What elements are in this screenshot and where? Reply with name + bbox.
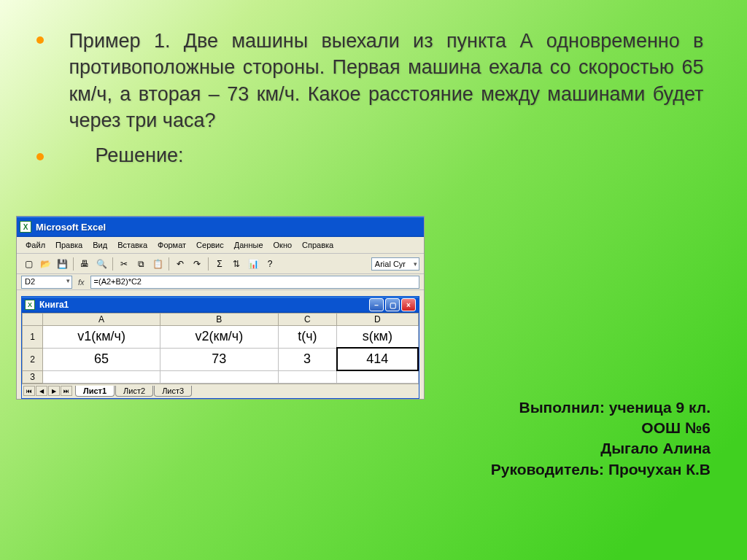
workbook-window: X Книга1 – ▢ × A B C D 1 v1(км/ч) <box>21 296 419 399</box>
menu-bar: Файл Правка Вид Вставка Формат Сервис Да… <box>17 237 424 254</box>
separator <box>169 257 169 271</box>
workbook-title: Книга1 <box>39 300 369 310</box>
print-icon[interactable]: 🖶 <box>77 257 92 271</box>
app-titlebar: X Microsoft Excel <box>17 217 424 237</box>
credit-line-4: Руководитель: Прочухан К.В <box>491 459 711 480</box>
undo-icon[interactable]: ↶ <box>173 257 187 271</box>
worksheet[interactable]: A B C D 1 v1(км/ч) v2(км/ч) t(ч) s(км) 2… <box>22 313 419 384</box>
menu-data[interactable]: Данные <box>230 239 268 251</box>
bullet-icon <box>36 153 44 160</box>
excel-icon: X <box>20 221 31 233</box>
cell-A2[interactable]: 65 <box>43 348 160 370</box>
sheet-tab-1[interactable]: Лист1 <box>75 386 115 397</box>
formula-bar: D2 fx =(A2+B2)*C2 <box>17 274 424 290</box>
excel-screenshot: X Microsoft Excel Файл Правка Вид Вставк… <box>16 216 425 400</box>
separator <box>208 257 209 271</box>
solution-label: Решение: <box>95 144 183 167</box>
credit-line-2: ООШ №6 <box>491 418 711 438</box>
tab-nav-last-icon[interactable]: ⏭ <box>61 386 72 396</box>
copy-icon[interactable]: ⧉ <box>133 257 148 271</box>
new-icon[interactable]: ▢ <box>21 257 36 271</box>
name-box[interactable]: D2 <box>21 276 72 289</box>
cell-A3[interactable] <box>43 370 160 383</box>
cell-A1[interactable]: v1(км/ч) <box>43 326 160 349</box>
cell-D1[interactable]: s(км) <box>337 326 418 349</box>
row-header-1[interactable]: 1 <box>23 326 43 349</box>
sum-icon[interactable]: Σ <box>212 257 227 271</box>
col-header-C[interactable]: C <box>278 314 337 326</box>
cell-B1[interactable]: v2(км/ч) <box>160 326 278 349</box>
problem-text: Пример 1. Две машины выехали из пункта А… <box>69 28 703 134</box>
menu-tools[interactable]: Сервис <box>192 239 228 251</box>
fx-icon[interactable]: fx <box>78 278 85 287</box>
minimize-icon[interactable]: – <box>369 298 384 311</box>
close-icon[interactable]: × <box>401 298 416 311</box>
formula-input[interactable]: =(A2+B2)*C2 <box>90 276 419 289</box>
preview-icon[interactable]: 🔍 <box>94 257 109 271</box>
paste-icon[interactable]: 📋 <box>150 257 165 271</box>
cell-D3[interactable] <box>337 370 418 383</box>
credits-block: Выполнил: ученица 9 кл. ООШ №6 Дыгало Ал… <box>491 397 711 480</box>
credit-line-1: Выполнил: ученица 9 кл. <box>491 397 711 418</box>
menu-file[interactable]: Файл <box>21 239 50 251</box>
chart-icon[interactable]: 📊 <box>246 257 260 271</box>
tab-nav-first-icon[interactable]: ⏮ <box>23 386 35 396</box>
help-icon[interactable]: ? <box>263 257 277 271</box>
col-header-D[interactable]: D <box>337 314 418 326</box>
row-header-3[interactable]: 3 <box>23 370 43 383</box>
cell-C1[interactable]: t(ч) <box>278 326 337 349</box>
credit-line-3: Дыгало Алина <box>491 438 711 459</box>
sheet-tabs: ⏮ ◀ ▶ ⏭ Лист1 Лист2 Лист3 <box>22 384 419 398</box>
menu-help[interactable]: Справка <box>298 239 338 251</box>
cut-icon[interactable]: ✂ <box>117 257 131 271</box>
col-header-B[interactable]: B <box>160 314 278 326</box>
workbook-titlebar: X Книга1 – ▢ × <box>22 297 419 313</box>
maximize-icon[interactable]: ▢ <box>385 298 400 311</box>
font-selector[interactable]: Arial Cyr <box>371 257 419 271</box>
select-all-corner[interactable] <box>23 314 43 326</box>
separator <box>112 257 113 271</box>
cell-B3[interactable] <box>160 370 278 383</box>
open-icon[interactable]: 📂 <box>38 257 53 271</box>
bullet-icon <box>36 36 44 44</box>
menu-insert[interactable]: Вставка <box>113 239 152 251</box>
menu-format[interactable]: Формат <box>153 239 190 251</box>
cell-B2[interactable]: 73 <box>160 348 278 370</box>
cell-C2[interactable]: 3 <box>278 348 337 370</box>
row-header-2[interactable]: 2 <box>23 348 43 370</box>
col-header-A[interactable]: A <box>43 314 160 326</box>
sheet-tab-2[interactable]: Лист2 <box>115 386 153 397</box>
excel-icon: X <box>25 300 35 310</box>
redo-icon[interactable]: ↷ <box>190 257 204 271</box>
app-title: Microsoft Excel <box>36 222 421 233</box>
save-icon[interactable]: 💾 <box>55 257 69 271</box>
menu-window[interactable]: Окно <box>269 239 297 251</box>
separator <box>73 257 74 271</box>
tab-nav-next-icon[interactable]: ▶ <box>48 386 60 396</box>
cell-D2[interactable]: 414 <box>337 348 418 370</box>
standard-toolbar: ▢ 📂 💾 🖶 🔍 ✂ ⧉ 📋 ↶ ↷ Σ ⇅ 📊 ? Arial Cyr <box>17 254 424 274</box>
sheet-tab-3[interactable]: Лист3 <box>154 386 192 397</box>
tab-nav-prev-icon[interactable]: ◀ <box>36 386 47 396</box>
sort-icon[interactable]: ⇅ <box>229 257 244 271</box>
menu-edit[interactable]: Правка <box>51 239 87 251</box>
cell-C3[interactable] <box>278 370 337 383</box>
menu-view[interactable]: Вид <box>88 239 112 251</box>
